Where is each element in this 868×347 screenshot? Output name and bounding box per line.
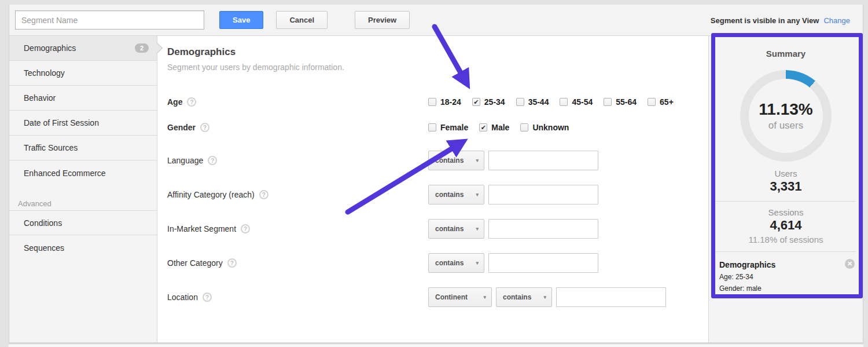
affinity-value-input[interactable] [488, 185, 598, 204]
checkbox-icon [604, 98, 612, 106]
users-gauge-center: 11.13% of users [749, 79, 823, 153]
sidebar-item-label: Traffic Sources [24, 143, 78, 152]
help-icon[interactable]: ? [259, 190, 269, 199]
sessions-value: 4,614 [709, 218, 863, 233]
checkbox-icon [428, 98, 436, 106]
operator-value: contains [435, 259, 464, 267]
chevron-down-icon: ▾ [476, 226, 479, 232]
sidebar-item-behavior[interactable]: Behavior [9, 86, 157, 111]
in-market-operator-dropdown[interactable]: contains ▾ [428, 219, 484, 239]
visibility-text: Segment is visible in any View [711, 16, 819, 25]
help-icon[interactable]: ? [241, 224, 250, 233]
sidebar-item-technology[interactable]: Technology [9, 61, 157, 86]
checkbox-label: Unknown [532, 123, 569, 132]
checkbox-gender-unknown[interactable]: Unknown [520, 123, 569, 132]
checkbox-age-45-54[interactable]: 45-54 [560, 97, 593, 107]
age-row: Age ? 18-24 25-34 [167, 89, 708, 115]
location-value-input[interactable] [556, 287, 666, 307]
help-icon[interactable]: ? [227, 258, 237, 268]
chevron-down-icon: ▾ [476, 260, 479, 266]
checkbox-icon [428, 123, 436, 132]
sidebar-item-label: Technology [24, 68, 65, 78]
summary-title: Summary [709, 49, 863, 59]
help-icon[interactable]: ? [208, 156, 217, 165]
age-label: Age [167, 97, 182, 107]
chevron-down-icon: ▾ [476, 192, 479, 198]
segment-builder-window: Save Cancel Preview Segment is visible i… [9, 5, 863, 343]
checkbox-label: 45-54 [572, 97, 593, 107]
affinity-operator-dropdown[interactable]: contains ▾ [428, 185, 484, 204]
save-button[interactable]: Save [219, 11, 263, 29]
divider [716, 201, 856, 202]
language-value-input[interactable] [488, 151, 598, 170]
preview-button[interactable]: Preview [355, 11, 410, 29]
help-icon[interactable]: ? [203, 293, 212, 302]
chevron-down-icon: ▾ [543, 294, 546, 300]
checkbox-icon [520, 123, 528, 132]
sessions-percent: 11.18% of sessions [709, 235, 863, 244]
checkbox-label: 65+ [660, 97, 674, 107]
segment-name-input[interactable] [15, 10, 204, 30]
in-market-segment-row: In-Market Segment ? contains ▾ [167, 218, 708, 252]
operator-value: contains [503, 293, 531, 301]
in-market-value-input[interactable] [488, 219, 598, 239]
sidebar-item-date-of-first-session[interactable]: Date of First Session [9, 111, 157, 136]
sidebar-item-enhanced-ecommerce[interactable]: Enhanced Ecommerce [9, 160, 157, 185]
in-market-segment-label: In-Market Segment [167, 224, 236, 233]
applied-segment-title: Demographics [719, 260, 854, 269]
location-operator-dropdown[interactable]: contains ▾ [496, 287, 552, 307]
checkbox-label: 18-24 [440, 97, 461, 107]
operator-value: contains [435, 156, 464, 165]
checkbox-icon [472, 98, 480, 106]
cancel-button[interactable]: Cancel [276, 11, 328, 29]
divider [716, 251, 856, 252]
sessions-label: Sessions [709, 207, 863, 217]
checkbox-gender-male[interactable]: Male [479, 123, 509, 132]
gender-label: Gender [167, 123, 196, 132]
close-icon[interactable]: ✕ [845, 259, 855, 269]
checkbox-gender-female[interactable]: Female [428, 123, 468, 132]
sidebar-item-label: Behavior [24, 93, 56, 103]
checkbox-label: 25-34 [484, 97, 505, 107]
gender-row: Gender ? Female Male [167, 115, 708, 140]
checkbox-age-65plus[interactable]: 65+ [648, 97, 674, 107]
dimension-value: Continent [435, 293, 468, 301]
operator-value: contains [435, 191, 464, 199]
sidebar-item-conditions[interactable]: Conditions [9, 210, 157, 235]
percent-of-users-caption: of users [768, 120, 803, 132]
checkbox-label: Female [440, 123, 468, 132]
users-value: 3,331 [709, 179, 863, 194]
sidebar-item-label: Demographics [24, 43, 76, 53]
checkbox-age-35-44[interactable]: 35-44 [516, 97, 549, 107]
checkbox-age-25-34[interactable]: 25-34 [472, 97, 505, 107]
language-operator-dropdown[interactable]: contains ▾ [428, 151, 484, 170]
sidebar-item-sequences[interactable]: Sequences [9, 235, 157, 260]
other-category-row: Other Category ? contains ▾ [167, 252, 708, 286]
help-icon[interactable]: ? [200, 123, 209, 132]
other-category-value-input[interactable] [488, 253, 598, 273]
applied-segment-card: Demographics Age: 25-34 Gender: male ✕ [709, 258, 863, 293]
other-category-operator-dropdown[interactable]: contains ▾ [428, 253, 484, 273]
checkbox-icon [648, 98, 656, 106]
checkbox-icon [479, 123, 487, 132]
users-label: Users [709, 169, 863, 178]
demographics-panel: Demographics Segment your users by demog… [157, 36, 708, 342]
checkbox-label: 55-64 [616, 97, 637, 107]
change-visibility-link[interactable]: Change [823, 16, 850, 25]
segment-category-sidebar: Demographics 2 Technology Behavior Date … [9, 36, 157, 342]
affinity-category-label: Affinity Category (reach) [167, 190, 255, 199]
checkbox-age-55-64[interactable]: 55-64 [604, 97, 637, 107]
percent-of-users: 11.13% [759, 100, 812, 119]
checkbox-age-18-24[interactable]: 18-24 [428, 97, 461, 107]
chevron-down-icon: ▾ [483, 294, 486, 300]
page-subtitle: Segment your users by demographic inform… [167, 63, 708, 72]
location-row: Location ? Continent ▾ contains ▾ [167, 286, 708, 320]
applied-gender-line: Gender: male [719, 284, 854, 293]
sidebar-item-demographics[interactable]: Demographics 2 [9, 36, 157, 61]
sidebar-item-label: Date of First Session [24, 118, 99, 127]
next-section-strip [9, 344, 863, 347]
location-dimension-dropdown[interactable]: Continent ▾ [428, 287, 492, 307]
segment-header: Save Cancel Preview Segment is visible i… [9, 5, 863, 36]
sidebar-item-traffic-sources[interactable]: Traffic Sources [9, 136, 157, 160]
help-icon[interactable]: ? [187, 97, 196, 107]
